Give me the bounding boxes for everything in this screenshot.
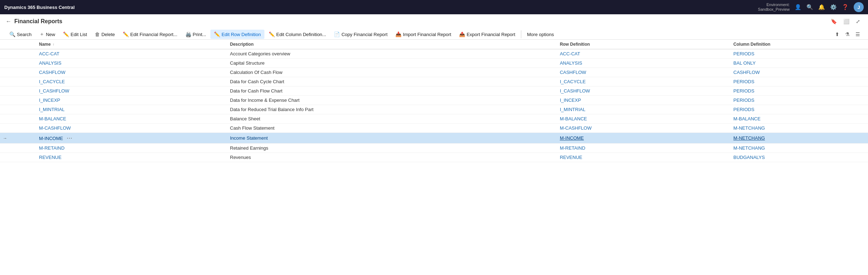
name-link[interactable]: ANALYSIS (39, 60, 62, 66)
cell-row-definition[interactable]: M-INCOME (556, 133, 729, 144)
row-definition-link[interactable]: I_CASHFLOW (560, 88, 590, 94)
cell-name[interactable]: I_CASHFLOW (35, 86, 226, 96)
row-definition-link[interactable]: I_CACYCLE (560, 79, 586, 84)
delete-button[interactable]: 🗑 Delete (91, 30, 118, 39)
cell-row-definition[interactable]: I_CACYCLE (556, 77, 729, 86)
table-row[interactable]: I_MINTRIALData for Reduced Trial Balance… (0, 105, 868, 114)
row-definition-link[interactable]: I_INCEXP (560, 98, 581, 103)
column-definition-link[interactable]: PERIODS (733, 98, 755, 103)
cell-column-definition[interactable]: M-NETCHANG (729, 124, 868, 133)
print-button[interactable]: 🖨️ Print... (182, 30, 210, 39)
column-definition-link[interactable]: PERIODS (733, 107, 755, 112)
table-row[interactable]: M-RETAINDRetained EarningsM-RETAINDM-NET… (0, 144, 868, 153)
export-financial-report-button[interactable]: 📤 Export Financial Report (455, 30, 519, 39)
table-row[interactable]: →M-INCOME⋯Income StatementM-INCOMEM-NETC… (0, 133, 868, 144)
back-button[interactable]: ← (6, 18, 11, 25)
filter-icon[interactable]: ⚗ (843, 30, 852, 39)
edit-list-button[interactable]: ✏️ Edit List (59, 30, 91, 39)
row-definition-link[interactable]: ACC-CAT (560, 51, 580, 56)
name-link[interactable]: M-RETAIND (39, 145, 64, 151)
name-link[interactable]: ACC-CAT (39, 51, 59, 56)
column-definition-link[interactable]: M-NETCHANG (733, 135, 765, 141)
more-options-button[interactable]: More options (523, 30, 557, 39)
cell-row-definition[interactable]: M-CASHFLOW (556, 124, 729, 133)
name-link[interactable]: I_CACYCLE (39, 79, 65, 84)
name-link[interactable]: I_INCEXP (39, 98, 60, 103)
name-link[interactable]: REVENUE (39, 155, 62, 160)
cell-name[interactable]: M-BALANCE (35, 114, 226, 124)
table-row[interactable]: ANALYSISCapital StructureANALYSISBAL ONL… (0, 59, 868, 68)
edit-financial-report-button[interactable]: ✏️ Edit Financial Report... (119, 30, 181, 39)
cell-column-definition[interactable]: PERIODS (729, 77, 868, 86)
help-icon[interactable]: ❓ (842, 4, 849, 10)
column-definition-link[interactable]: PERIODS (733, 88, 755, 94)
cell-row-definition[interactable]: I_CASHFLOW (556, 86, 729, 96)
edit-col-definition-button[interactable]: ✏️ Edit Column Definition... (265, 30, 330, 39)
cell-row-definition[interactable]: I_MINTRIAL (556, 105, 729, 114)
copy-financial-report-button[interactable]: 📄 Copy Financial Report (330, 30, 391, 39)
cell-row-definition[interactable]: M-BALANCE (556, 114, 729, 124)
share-icon[interactable]: ⬆ (833, 30, 842, 39)
cell-name[interactable]: CASHFLOW (35, 68, 226, 77)
column-definition-link[interactable]: PERIODS (733, 51, 755, 56)
table-row[interactable]: I_CASHFLOWData for Cash Flow ChartI_CASH… (0, 86, 868, 96)
column-definition-link[interactable]: BAL ONLY (733, 60, 756, 66)
column-definition-link[interactable]: M-NETCHANG (733, 125, 765, 131)
edit-row-definition-button[interactable]: ✏️ Edit Row Definition Edit the row defi… (210, 30, 264, 39)
cell-column-definition[interactable]: PERIODS (729, 86, 868, 96)
cell-name[interactable]: REVENUE (35, 153, 226, 162)
avatar[interactable]: J (854, 2, 864, 12)
name-link[interactable]: CASHFLOW (39, 70, 65, 75)
cell-name[interactable]: M-CASHFLOW (35, 124, 226, 133)
cell-row-definition[interactable]: M-RETAIND (556, 144, 729, 153)
cell-column-definition[interactable]: M-NETCHANG (729, 133, 868, 144)
open-window-icon[interactable]: ⬜ (841, 17, 852, 26)
cell-column-definition[interactable]: BUDGANALYS (729, 153, 868, 162)
row-definition-link[interactable]: M-BALANCE (560, 116, 587, 121)
row-definition-link[interactable]: CASHFLOW (560, 70, 586, 75)
fullscreen-icon[interactable]: ⤢ (854, 17, 862, 26)
cell-column-definition[interactable]: BAL ONLY (729, 59, 868, 68)
cell-name[interactable]: ACC-CAT (35, 49, 226, 59)
cell-column-definition[interactable]: M-NETCHANG (729, 144, 868, 153)
import-financial-report-button[interactable]: 📥 Import Financial Report (392, 30, 455, 39)
cell-column-definition[interactable]: PERIODS (729, 105, 868, 114)
row-definition-link[interactable]: M-CASHFLOW (560, 125, 592, 131)
person-icon[interactable]: 👤 (795, 4, 801, 10)
name-link[interactable]: M-BALANCE (39, 116, 66, 121)
column-definition-link[interactable]: M-NETCHANG (733, 145, 765, 151)
bookmark-icon[interactable]: 🔖 (829, 17, 839, 26)
new-button[interactable]: ＋ New (36, 29, 59, 39)
column-definition-link[interactable]: BUDGANALYS (733, 155, 765, 160)
list-view-icon[interactable]: ☰ (853, 30, 862, 39)
cell-name[interactable]: I_MINTRIAL (35, 105, 226, 114)
cell-column-definition[interactable]: PERIODS (729, 49, 868, 59)
cell-row-definition[interactable]: CASHFLOW (556, 68, 729, 77)
cell-row-definition[interactable]: ANALYSIS (556, 59, 729, 68)
cell-row-definition[interactable]: I_INCEXP (556, 96, 729, 105)
row-definition-link[interactable]: M-INCOME (560, 135, 584, 141)
table-row[interactable]: M-CASHFLOWCash Flow StatementM-CASHFLOWM… (0, 124, 868, 133)
cell-name[interactable]: M-RETAIND (35, 144, 226, 153)
cell-name[interactable]: I_INCEXP (35, 96, 226, 105)
row-definition-link[interactable]: REVENUE (560, 155, 582, 160)
settings-icon[interactable]: ⚙️ (830, 4, 837, 10)
search-button[interactable]: 🔍 Search (6, 30, 35, 39)
name-link[interactable]: I_MINTRIAL (39, 107, 65, 112)
search-top-icon[interactable]: 🔍 (806, 4, 813, 10)
table-row[interactable]: I_CACYCLEData for Cash Cycle ChartI_CACY… (0, 77, 868, 86)
cell-row-definition[interactable]: REVENUE (556, 153, 729, 162)
row-definition-link[interactable]: ANALYSIS (560, 60, 582, 66)
row-definition-link[interactable]: I_MINTRIAL (560, 107, 586, 112)
cell-column-definition[interactable]: M-BALANCE (729, 114, 868, 124)
row-definition-link[interactable]: M-RETAIND (560, 145, 585, 151)
column-definition-link[interactable]: PERIODS (733, 79, 755, 84)
cell-column-definition[interactable]: CASHFLOW (729, 68, 868, 77)
cell-row-definition[interactable]: ACC-CAT (556, 49, 729, 59)
row-actions-icon[interactable]: ⋯ (67, 135, 73, 141)
table-row[interactable]: ACC-CATAccount Categories overviewACC-CA… (0, 49, 868, 59)
table-row[interactable]: I_INCEXPData for Income & Expense ChartI… (0, 96, 868, 105)
table-row[interactable]: CASHFLOWCalculation Of Cash FlowCASHFLOW… (0, 68, 868, 77)
name-link[interactable]: M-CASHFLOW (39, 125, 71, 131)
column-definition-link[interactable]: CASHFLOW (733, 70, 760, 75)
